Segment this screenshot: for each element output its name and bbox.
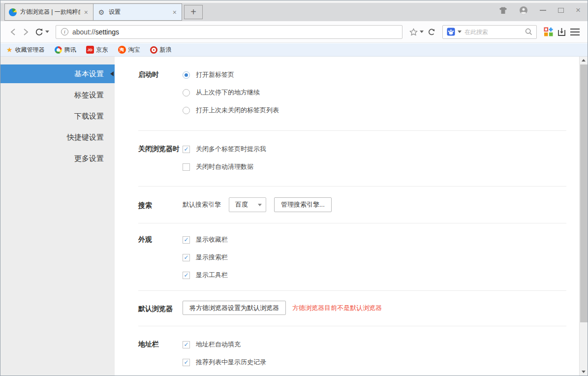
checkbox-checked-icon[interactable]: ✓ [183,146,190,153]
scroll-up-icon[interactable] [580,57,588,64]
minimize-button[interactable] [540,6,546,15]
checkbox-checked-icon[interactable]: ✓ [183,341,190,348]
checkbox-row-show-search-bar[interactable]: ✓ 显示搜索栏 [183,252,228,263]
default-browser-row: 将方德浏览器设置为默认浏览器 方德浏览器目前不是默认浏览器 [183,301,382,315]
tab-homepage[interactable]: 方德浏览器 | 一款纯粹的 × [4,3,93,21]
checkbox-checked-icon[interactable]: ✓ [183,254,190,261]
bookmark-tencent[interactable]: 腾讯 [55,46,76,54]
search-engine-row: 默认搜索引擎 百度 管理搜索引擎... [183,197,332,212]
sidebar-item-basic-settings[interactable]: 基本设置 [0,64,115,83]
sidebar-item-more-settings[interactable]: 更多设置 [0,149,115,168]
url-text[interactable]: about://settings [72,28,119,36]
address-bar[interactable]: i about://settings [56,25,402,39]
close-tab-icon[interactable]: × [83,8,89,16]
radio-row-open-unclosed-tabs[interactable]: 打开上次未关闭的标签页列表 [183,105,279,116]
sina-icon [150,46,157,54]
fangde-logo-icon [9,8,17,16]
radio-row-continue-last[interactable]: 从上次停下的地方继续 [183,87,279,98]
app-center-icon[interactable] [542,25,555,39]
search-bar[interactable] [442,25,537,39]
back-button[interactable] [6,25,19,39]
settings-content: 启动时 打开新标签页 从上次停下的地方继续 打开上次未关闭的标签页列表 关闭浏览… [115,57,579,376]
theme-tshirt-icon[interactable] [499,6,507,15]
bookmark-star-button[interactable] [407,25,426,39]
section-label: 默认浏览器 [138,301,183,315]
sidebar-item-tab-settings[interactable]: 标签设置 [0,86,115,104]
engine-label: 默认搜索引擎 [183,200,221,209]
manage-search-engines-button[interactable]: 管理搜索引擎... [274,197,332,212]
bookmarks-bar: ★ 收藏管理器 腾讯 JD 京东 淘 淘宝 新浪 [0,43,588,57]
bookmark-jd[interactable]: JD 京东 [86,46,108,54]
sidebar-item-label: 快捷键设置 [67,133,104,142]
sidebar-item-label: 标签设置 [74,91,104,100]
checkbox-icon[interactable] [183,163,190,171]
sidebar-item-shortcut-settings[interactable]: 快捷键设置 [0,128,115,147]
checkbox-checked-icon[interactable]: ✓ [183,236,190,244]
checkbox-label: 推荐列表中显示历史记录 [196,358,266,367]
checkbox-row-show-toolbar[interactable]: ✓ 显示工具栏 [183,270,228,281]
radio-row-open-new-tab[interactable]: 打开新标签页 [183,69,279,80]
bookmark-taobao[interactable]: 淘 淘宝 [118,46,140,54]
bookmark-sina[interactable]: 新浪 [150,46,172,54]
close-window-button[interactable]: × [576,6,581,15]
checkbox-row-prompt-multiple-tabs[interactable]: ✓ 关闭多个标签页时提示我 [183,144,266,155]
page-info-icon[interactable]: i [61,28,68,35]
checkbox-row-show-history[interactable]: ✓ 推荐列表中显示历史记录 [183,357,266,368]
checkbox-row-autofill[interactable]: ✓ 地址栏自动填充 [183,339,266,350]
vertical-scrollbar[interactable] [579,57,588,376]
scroll-down-icon[interactable] [580,368,588,376]
section-search: 搜索 默认搜索引擎 百度 管理搜索引擎... [138,187,566,223]
section-default-browser: 默认浏览器 将方德浏览器设置为默认浏览器 方德浏览器目前不是默认浏览器 [138,291,566,326]
star-icon: ★ [6,46,13,54]
search-engine-dropdown-icon[interactable] [458,31,462,33]
search-engine-select[interactable]: 百度 [229,197,266,212]
downloads-icon[interactable] [555,25,568,39]
close-tab-icon[interactable]: × [172,8,178,16]
section-label: 搜索 [138,197,183,212]
checkbox-label: 关闭时自动清理数据 [196,162,253,171]
menu-icon[interactable] [568,25,582,39]
sidebar-item-download-settings[interactable]: 下载设置 [0,107,115,125]
bookmark-label: 新浪 [160,46,172,54]
bookmark-manager-item[interactable]: ★ 收藏管理器 [6,46,45,54]
bookmark-dropdown-icon[interactable] [420,31,424,33]
checkbox-row-auto-clear-data[interactable]: 关闭时自动清理数据 [183,161,266,172]
bookmark-label: 淘宝 [128,46,140,54]
search-input[interactable] [464,29,525,35]
refresh-dropdown-icon[interactable] [45,31,49,33]
new-tab-button[interactable]: + [184,5,203,19]
radio-icon[interactable] [183,89,190,96]
checkbox-row-show-bookmarks-bar[interactable]: ✓ 显示收藏栏 [183,234,228,245]
taobao-icon: 淘 [118,46,126,54]
reload-button[interactable] [426,25,437,39]
checkbox-row-show-bookmarks[interactable]: ✓ 推荐列表中显示收藏内容 [183,375,266,376]
search-icon[interactable] [525,28,532,35]
selected-engine: 百度 [235,200,248,209]
radio-label: 打开上次未关闭的标签页列表 [196,106,279,115]
radio-icon[interactable] [183,107,190,114]
baidu-paw-icon[interactable] [447,28,455,36]
user-account-icon[interactable] [519,6,528,15]
section-label: 关闭浏览器时 [138,144,183,172]
bookmark-label: 腾讯 [64,46,76,54]
checkbox-checked-icon[interactable]: ✓ [183,359,190,366]
forward-button[interactable] [19,25,32,39]
section-startup: 启动时 打开新标签页 从上次停下的地方继续 打开上次未关闭的标签页列表 [138,57,566,131]
browser-window: 方德浏览器 | 一款纯粹的 × ⚙ 设置 × + × [0,0,588,376]
radio-label: 打开新标签页 [196,70,234,79]
bookmark-label: 京东 [96,46,108,54]
checkbox-label: 地址栏自动填充 [196,340,241,349]
section-appearance: 外观 ✓ 显示收藏栏 ✓ 显示搜索栏 ✓ 显示工具栏 [138,223,566,291]
maximize-button[interactable] [558,6,564,15]
tab-settings[interactable]: ⚙ 设置 × [93,3,182,21]
checkbox-checked-icon[interactable]: ✓ [183,272,190,279]
radio-selected-icon[interactable] [183,71,190,79]
sidebar-item-label: 基本设置 [74,69,104,79]
scrollbar-thumb[interactable] [580,64,588,322]
checkbox-label: 关闭多个标签页时提示我 [196,145,266,154]
set-default-browser-button[interactable]: 将方德浏览器设置为默认浏览器 [183,301,286,315]
section-label: 启动时 [138,69,183,116]
section-label: 地址栏 [138,339,183,376]
refresh-button[interactable] [32,25,52,39]
sidebar-item-label: 下载设置 [74,112,104,121]
